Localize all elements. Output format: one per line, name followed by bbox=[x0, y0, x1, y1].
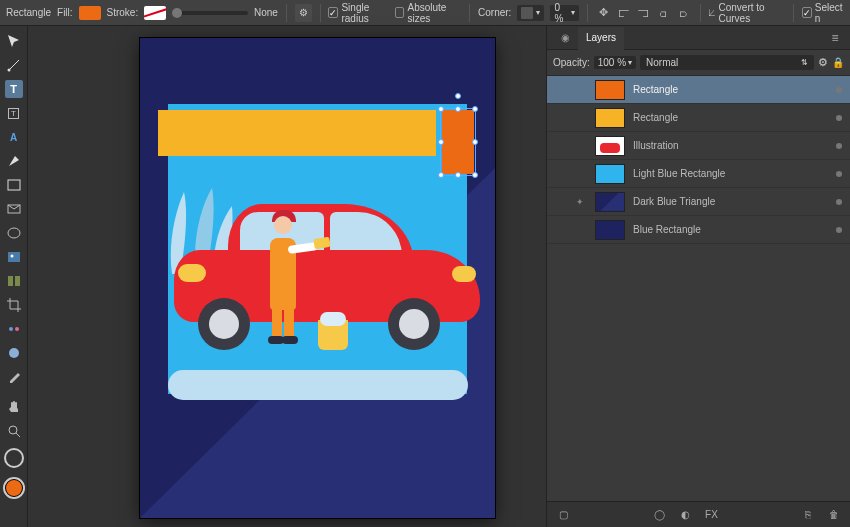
trash-icon[interactable]: 🗑 bbox=[826, 507, 842, 523]
layer-row[interactable]: Illustration bbox=[547, 132, 850, 160]
layer-list: RectangleRectangleIllustrationLight Blue… bbox=[547, 76, 850, 501]
blend-mode-dropdown[interactable]: Normal⇅ bbox=[640, 55, 814, 70]
zoom-tool[interactable] bbox=[5, 422, 23, 440]
layer-type-icon: ✦ bbox=[573, 197, 587, 207]
layer-row[interactable]: Light Blue Rectangle bbox=[547, 160, 850, 188]
node-tool[interactable] bbox=[5, 56, 23, 74]
visibility-dot[interactable] bbox=[836, 143, 842, 149]
layer-name: Blue Rectangle bbox=[633, 224, 828, 235]
pen-tool[interactable] bbox=[5, 152, 23, 170]
layer-row[interactable]: Blue Rectangle bbox=[547, 216, 850, 244]
headlight bbox=[178, 264, 206, 282]
corner-type-icon bbox=[521, 7, 533, 19]
distribute-icon[interactable]: ⫐ bbox=[676, 5, 692, 21]
fill-swatch[interactable] bbox=[79, 6, 101, 20]
artboard[interactable] bbox=[140, 38, 495, 518]
move-tool[interactable] bbox=[5, 32, 23, 50]
resize-handle[interactable] bbox=[438, 106, 444, 112]
resize-handle[interactable] bbox=[472, 172, 478, 178]
panel-footer: ▢ ◯ ◐ FX ⎘ 🗑 bbox=[547, 501, 850, 527]
adjustment-icon[interactable]: ◐ bbox=[678, 507, 694, 523]
opacity-field[interactable]: 100 %▾ bbox=[594, 56, 636, 69]
layer-name: Rectangle bbox=[633, 112, 828, 123]
fill-color-well[interactable] bbox=[4, 478, 24, 498]
stepper-icon: ▾ bbox=[571, 8, 575, 17]
lock-icon[interactable]: 🔒 bbox=[832, 57, 844, 68]
ellipse-tool[interactable] bbox=[5, 224, 23, 242]
opacity-label: Opacity: bbox=[553, 57, 590, 68]
stroke-color-well[interactable] bbox=[4, 448, 24, 468]
visibility-dot[interactable] bbox=[836, 171, 842, 177]
svg-point-0 bbox=[7, 69, 10, 72]
rectangle-tool[interactable] bbox=[5, 176, 23, 194]
corner-value-field[interactable]: 0 %▾ bbox=[550, 5, 578, 21]
visibility-dot[interactable] bbox=[836, 199, 842, 205]
layer-row[interactable]: Rectangle bbox=[547, 76, 850, 104]
align-group: ✥ ⫍ ⫎ ⫏ ⫐ bbox=[596, 5, 692, 21]
separator bbox=[320, 4, 321, 22]
visibility-dot[interactable] bbox=[836, 227, 842, 233]
stock-tool[interactable] bbox=[5, 272, 23, 290]
visibility-dot[interactable] bbox=[836, 87, 842, 93]
resize-handle[interactable] bbox=[472, 139, 478, 145]
align-horizontal-icon[interactable]: ⫍ bbox=[616, 5, 632, 21]
wheel bbox=[198, 298, 250, 350]
ground-shape bbox=[168, 370, 468, 400]
single-radius-checkbox[interactable]: Single radius bbox=[328, 2, 389, 24]
resize-handle[interactable] bbox=[455, 172, 461, 178]
select-next-checkbox[interactable]: Select n bbox=[802, 2, 844, 24]
resize-handle[interactable] bbox=[455, 106, 461, 112]
eyedropper-tool[interactable] bbox=[5, 368, 23, 386]
align-center-icon[interactable]: ⫎ bbox=[636, 5, 652, 21]
svg-point-3 bbox=[8, 228, 20, 238]
layer-name: Illustration bbox=[633, 140, 828, 151]
opacity-row: Opacity: 100 %▾ Normal⇅ ⚙ 🔒 bbox=[547, 50, 850, 76]
text-style-tool[interactable]: A bbox=[5, 128, 23, 146]
svg-point-11 bbox=[9, 426, 17, 434]
layer-options-icon[interactable]: ⚙ bbox=[818, 56, 828, 69]
artistic-text-tool[interactable]: T bbox=[5, 80, 23, 98]
panel-tab-icon[interactable]: ◉ bbox=[553, 26, 578, 49]
layer-row[interactable]: Rectangle bbox=[547, 104, 850, 132]
stroke-style-button[interactable]: ⚙ bbox=[295, 4, 312, 22]
visibility-dot[interactable] bbox=[836, 115, 842, 121]
corner-label: Corner: bbox=[478, 7, 511, 18]
align-vertical-icon[interactable]: ⫏ bbox=[656, 5, 672, 21]
layer-thumbnail bbox=[595, 80, 625, 100]
stroke-none-label: None bbox=[254, 7, 278, 18]
rotate-handle[interactable] bbox=[455, 93, 461, 99]
crop-tool[interactable] bbox=[5, 296, 23, 314]
stroke-width-slider[interactable] bbox=[172, 11, 248, 15]
resize-handle[interactable] bbox=[472, 106, 478, 112]
frame-text-tool[interactable]: T bbox=[5, 104, 23, 122]
absolute-sizes-checkbox[interactable]: Absolute sizes bbox=[395, 2, 461, 24]
chevron-updown-icon: ⇅ bbox=[801, 58, 808, 67]
shape-type-label: Rectangle bbox=[6, 7, 51, 18]
taillight bbox=[452, 266, 476, 282]
resize-handle[interactable] bbox=[438, 172, 444, 178]
mask-icon[interactable]: ◯ bbox=[652, 507, 668, 523]
checkbox-icon bbox=[802, 7, 812, 18]
chevron-down-icon: ▾ bbox=[536, 8, 540, 17]
svg-point-5 bbox=[10, 255, 13, 258]
gradient-tool[interactable] bbox=[5, 320, 23, 338]
envelope-tool[interactable] bbox=[5, 200, 23, 218]
add-layer-icon[interactable]: ▢ bbox=[555, 507, 571, 523]
transparency-tool[interactable] bbox=[5, 344, 23, 362]
resize-handle[interactable] bbox=[438, 139, 444, 145]
convert-to-curves-button[interactable]: ⟀ Convert to Curves bbox=[709, 2, 785, 24]
panel-tabs: ◉ Layers ≡ bbox=[547, 26, 850, 50]
layer-row[interactable]: ✦Dark Blue Triangle bbox=[547, 188, 850, 216]
stroke-swatch[interactable] bbox=[144, 6, 166, 20]
fx-button[interactable]: FX bbox=[704, 507, 720, 523]
corner-type-dropdown[interactable]: ▾ bbox=[517, 5, 544, 21]
enable-transform-origin-icon[interactable]: ✥ bbox=[596, 5, 612, 21]
place-image-tool[interactable] bbox=[5, 248, 23, 266]
yellow-rectangle-layer[interactable] bbox=[158, 110, 436, 156]
panel-menu-icon[interactable]: ≡ bbox=[826, 31, 844, 45]
separator bbox=[587, 4, 588, 22]
duplicate-icon[interactable]: ⎘ bbox=[800, 507, 816, 523]
pan-tool[interactable] bbox=[5, 398, 23, 416]
layers-tab[interactable]: Layers bbox=[578, 27, 624, 50]
layer-thumbnail bbox=[595, 192, 625, 212]
